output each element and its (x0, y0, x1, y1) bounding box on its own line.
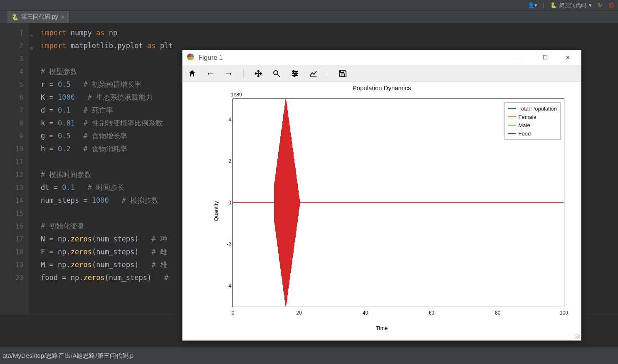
figure-toolbar: ← → (183, 65, 581, 82)
x-tick: 60 (429, 310, 434, 316)
legend-swatch (508, 116, 516, 117)
plot-config-icon[interactable] (309, 69, 318, 78)
toolbar-separator (328, 69, 328, 79)
run-config-dropdown[interactable]: 🐍 第三问代码 ▾ (550, 2, 592, 9)
resize-grip[interactable] (575, 334, 580, 339)
home-icon[interactable] (188, 69, 197, 78)
legend-label: Food (518, 130, 531, 137)
y-tick: 0 (220, 200, 231, 206)
line-number-gutter: 1234567891011121314151617181920 (0, 23, 29, 314)
status-bar: ata/MyDesktop/思路产出/A题思路/第三问代码.p (0, 347, 618, 364)
figure-titlebar[interactable]: Figure 1 — ☐ ✕ (183, 50, 581, 65)
status-path: ata/MyDesktop/思路产出/A题思路/第三问代码.p (2, 352, 133, 360)
axes-box: 020406080100-4-2024Total PopulationFemal… (232, 98, 564, 307)
svg-point-2 (293, 71, 294, 72)
run-icon[interactable]: ↻ (598, 2, 602, 8)
legend-label: Total Population (518, 106, 557, 112)
legend-swatch (508, 133, 516, 134)
y-tick: 2 (220, 158, 231, 164)
legend-label: Female (518, 114, 536, 120)
matplotlib-icon (187, 53, 194, 62)
debug-icon[interactable]: 🐞 (608, 2, 615, 8)
x-tick: 20 (297, 310, 302, 316)
tab-filename: 第三问代码.py (21, 13, 58, 21)
x-tick: 80 (495, 310, 500, 316)
plot-canvas[interactable]: Population Dynamics 1e89 Quantity Time 0… (183, 82, 581, 340)
x-tick: 40 (363, 310, 368, 316)
editor-tabs: 🐍 第三问代码.py ✕ (0, 11, 618, 23)
tab-file[interactable]: 🐍 第三问代码.py ✕ (7, 11, 69, 23)
y-axis-offset: 1e89 (231, 92, 242, 98)
chevron-down-icon: ▾ (589, 2, 592, 8)
minimize-icon[interactable]: — (519, 54, 526, 61)
chart-title: Population Dynamics (353, 84, 411, 91)
close-icon[interactable]: ✕ (61, 14, 65, 20)
user-icon[interactable]: 👤▾ (528, 2, 537, 8)
x-tick: 100 (560, 310, 568, 316)
back-icon[interactable]: ← (206, 69, 215, 78)
y-tick: -4 (220, 283, 231, 289)
legend-label: Male (518, 122, 530, 128)
figure-window[interactable]: Figure 1 — ☐ ✕ ← → Population Dynamics 1… (182, 50, 581, 341)
legend-swatch (508, 125, 516, 125)
x-axis-label: Time (376, 325, 388, 331)
pan-icon[interactable] (254, 69, 263, 78)
toolbar-divider: | (543, 2, 544, 8)
legend-item: Food (508, 129, 557, 138)
legend-swatch (508, 108, 516, 109)
food-burst (299, 201, 300, 204)
configure-icon[interactable] (290, 69, 299, 78)
legend: Total PopulationFemaleMaleFood (504, 102, 561, 140)
python-file-icon: 🐍 (12, 14, 19, 20)
svg-point-1 (274, 71, 278, 75)
y-tick: 4 (220, 117, 231, 123)
y-axis-label: Quantity (213, 201, 219, 221)
python-icon: 🐍 (550, 2, 557, 8)
y-tick: -2 (220, 241, 231, 247)
close-icon[interactable]: ✕ (564, 54, 571, 61)
svg-point-3 (295, 73, 297, 74)
zoom-icon[interactable] (272, 69, 281, 78)
svg-point-4 (294, 75, 295, 76)
legend-item: Male (508, 121, 557, 129)
save-icon[interactable] (338, 69, 347, 78)
forward-icon[interactable]: → (224, 69, 233, 78)
figure-title: Figure 1 (198, 54, 223, 61)
axes-frame: 020406080100-4-2024Total PopulationFemal… (232, 98, 564, 307)
legend-item: Female (508, 113, 557, 121)
x-tick: 0 (232, 310, 235, 316)
toolbar-separator (243, 69, 244, 79)
legend-item: Total Population (508, 104, 557, 113)
ide-toolbar: 👤▾ | 🐍 第三问代码 ▾ ↻ 🐞 (0, 0, 618, 11)
maximize-icon[interactable]: ☐ (542, 54, 549, 61)
run-config-label: 第三问代码 (559, 2, 586, 9)
